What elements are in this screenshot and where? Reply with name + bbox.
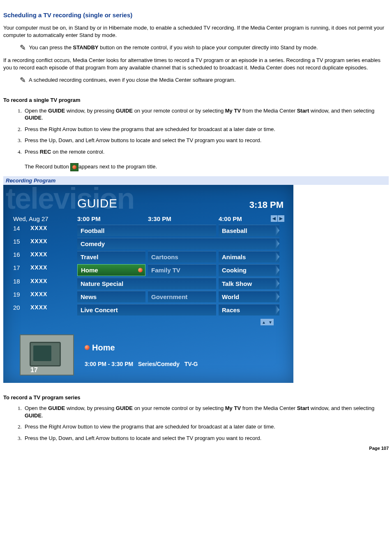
guide-row: 15XXXXComedy: [13, 238, 284, 249]
program-cell[interactable]: Nature Special: [77, 278, 216, 289]
channel-number: 16: [13, 251, 28, 263]
channel-number: 19: [13, 291, 28, 302]
program-cell[interactable]: Baseball: [219, 225, 279, 236]
channel-name: XXXX: [30, 238, 75, 249]
continue-arrow-icon: [275, 278, 279, 289]
record-indicator-icon: [138, 268, 143, 272]
step-1: Open the GUIDE window, by pressing GUIDE…: [23, 405, 389, 419]
page-number: Page 107: [3, 446, 389, 451]
continue-arrow-icon: [275, 238, 279, 249]
figure-caption: Recording Program: [3, 176, 389, 185]
program-cell[interactable]: Travel: [77, 251, 145, 263]
channel-number: 15: [13, 238, 28, 249]
continue-arrow-icon: [275, 265, 279, 276]
step-4: Press REC on the remote control. The Rec…: [23, 148, 389, 171]
scroll-down-button[interactable]: ▼: [267, 319, 274, 325]
program-cell[interactable]: Cooking: [219, 264, 279, 276]
program-cell[interactable]: Family TV: [148, 264, 216, 276]
program-cell[interactable]: Government: [148, 291, 216, 302]
scroll-up-button[interactable]: ▲: [261, 319, 267, 325]
record-icon: [70, 163, 78, 171]
note-1: ✎ You can press the STANDBY button on th…: [3, 43, 389, 53]
program-cell[interactable]: Live Concert: [77, 304, 216, 315]
time-col-1: 3:00 PM: [77, 215, 145, 222]
program-cell[interactable]: Races: [219, 304, 279, 315]
channel-name: XXXX: [30, 278, 75, 289]
program-cell[interactable]: World: [219, 291, 279, 302]
guide-title: GUIDE: [77, 196, 118, 210]
program-cell[interactable]: Cartoons: [148, 251, 216, 263]
section-title: Scheduling a TV recording (single or ser…: [3, 12, 389, 18]
step-2: Press the Right Arrow button to view the…: [23, 423, 389, 431]
channel-name: XXXX: [30, 291, 75, 302]
tv-icon: [30, 342, 61, 366]
guide-date: Wed, Aug 27: [13, 215, 75, 222]
channel-number: 14: [13, 225, 28, 236]
continue-arrow-icon: [275, 251, 279, 263]
time-col-3: 4:00 PM: [219, 215, 279, 222]
channel-number: 20: [13, 304, 28, 315]
step-1: Open the GUIDE window, by pressing GUIDE…: [23, 107, 389, 122]
program-cell[interactable]: Comedy: [77, 238, 279, 249]
step-3: Press the Up, Down, and Left Arrow butto…: [23, 137, 389, 144]
guide-row: 19XXXXNewsGovernmentWorld: [13, 291, 284, 302]
detail-title: Home: [85, 343, 198, 352]
continue-arrow-icon: [275, 291, 279, 302]
thumbnail-channel: 17: [30, 366, 38, 374]
pencil-note-icon: ✎: [20, 43, 26, 53]
program-thumbnail: 17: [20, 334, 74, 375]
guide-clock: 3:18 PM: [249, 200, 284, 210]
program-cell[interactable]: News: [77, 291, 145, 302]
guide-row: 17XXXXHomeFamily TVCooking: [13, 264, 284, 276]
channel-name: XXXX: [30, 304, 75, 315]
program-cell[interactable]: Football: [77, 225, 216, 236]
guide-row: 18XXXXNature SpecialTalk Show: [13, 278, 284, 289]
program-cell[interactable]: Animals: [219, 251, 279, 263]
continue-arrow-icon: [275, 304, 279, 315]
scroll-left-button[interactable]: ◀: [271, 215, 277, 222]
guide-row: 14XXXXFootballBaseball: [13, 225, 284, 236]
guide-row: 20XXXXLive ConcertRaces: [13, 304, 284, 315]
program-cell[interactable]: Home: [77, 264, 145, 276]
intro-paragraph: Your computer must be on, in Stand by or…: [3, 24, 389, 39]
channel-number: 18: [13, 278, 28, 289]
subhead-series: To record a TV program series: [3, 394, 389, 401]
time-col-2: 3:30 PM: [148, 215, 216, 222]
channel-name: XXXX: [30, 225, 75, 236]
record-indicator-icon: [85, 345, 90, 350]
channel-name: XXXX: [30, 251, 75, 263]
steps-series: Open the GUIDE window, by pressing GUIDE…: [3, 405, 389, 442]
step-3: Press the Up, Down, and Left Arrow butto…: [23, 435, 389, 442]
step-2: Press the Right Arrow button to view the…: [23, 126, 389, 133]
paragraph-conflict: If a recording conflict occurs, Media Ce…: [3, 57, 389, 71]
detail-meta: 3:00 PM - 3:30 PM Series/Comedy TV-G: [85, 361, 198, 367]
steps-single: Open the GUIDE window, by pressing GUIDE…: [3, 107, 389, 171]
subhead-single: To record a single TV program: [3, 97, 389, 103]
continue-arrow-icon: [275, 225, 279, 236]
channel-name: XXXX: [30, 264, 75, 276]
guide-screenshot: television GUIDE 3:18 PM Wed, Aug 27 3:0…: [3, 185, 293, 383]
channel-number: 17: [13, 264, 28, 276]
program-cell[interactable]: Talk Show: [219, 278, 279, 289]
guide-row: 16XXXXTravelCartoonsAnimals: [13, 251, 284, 263]
pencil-note-icon: ✎: [20, 75, 26, 85]
note-2: ✎ A scheduled recording continues, even …: [3, 75, 389, 85]
scroll-right-button[interactable]: ▶: [278, 215, 284, 222]
